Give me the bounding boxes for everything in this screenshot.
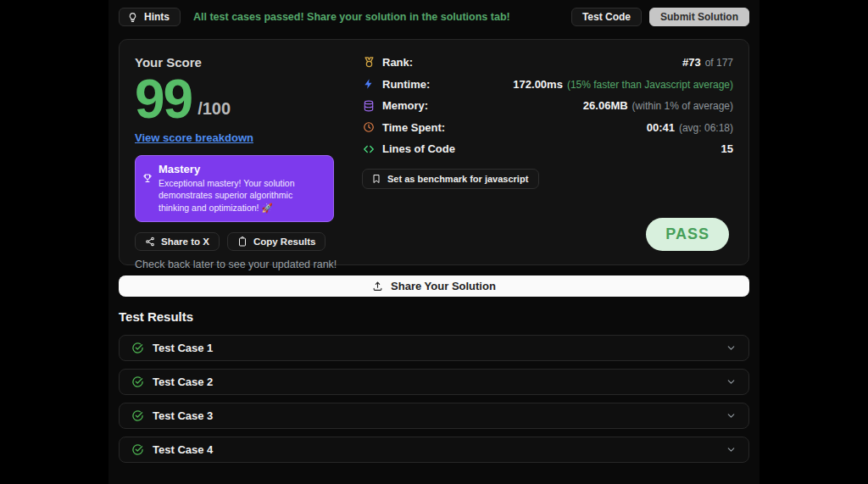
chevron-down-icon <box>726 376 737 387</box>
medal-icon <box>362 56 376 69</box>
share-to-x-button[interactable]: Share to X <box>135 232 220 251</box>
top-toolbar: Hints All test cases passed! Share your … <box>108 0 760 33</box>
view-score-breakdown-link[interactable]: View score breakdown <box>135 131 253 144</box>
check-circle-icon <box>131 409 144 422</box>
copy-results-button[interactable]: Copy Results <box>227 232 326 251</box>
check-circle-icon <box>131 342 144 354</box>
mastery-text: Mastery Exceptional mastery! Your soluti… <box>159 163 325 214</box>
stat-runtime: Runtime: 172.00ms (15% faster than Javas… <box>362 77 733 92</box>
page: Hints All test cases passed! Share your … <box>0 0 868 484</box>
score-section: Your Score 99 /100 View score breakdown <box>135 55 362 251</box>
time-spent-note: (avg: 06:18) <box>679 122 733 134</box>
clock-icon <box>362 121 376 133</box>
rank-label: Rank: <box>382 56 413 69</box>
mastery-title: Mastery <box>159 163 325 175</box>
lines-of-code-value: 15 <box>721 142 733 155</box>
bookmark-icon <box>371 174 381 184</box>
test-case-label: Test Case 1 <box>153 342 213 354</box>
test-case-row-1[interactable]: Test Case 1 <box>119 335 749 361</box>
chevron-down-icon <box>726 444 737 455</box>
submit-solution-button[interactable]: Submit Solution <box>649 8 749 26</box>
rank-note: of 177 <box>705 57 733 69</box>
content-column: Hints All test cases passed! Share your … <box>108 0 760 484</box>
share-your-solution-button[interactable]: Share Your Solution <box>119 275 749 297</box>
set-benchmark-button[interactable]: Set as benchmark for javascript <box>362 169 539 189</box>
stats-section: Rank: #73 of 177 Runtime: 172.00ms <box>362 55 733 251</box>
mastery-description: Exceptional mastery! Your solution demon… <box>159 177 325 214</box>
submit-label: Submit Solution <box>660 11 738 23</box>
clipboard-icon <box>237 236 248 247</box>
stat-memory: Memory: 26.06MB (within 1% of average) <box>362 98 733 113</box>
lightbulb-icon <box>127 12 138 23</box>
code-brackets-icon <box>362 143 376 155</box>
score-denominator: /100 <box>198 99 231 119</box>
test-case-label: Test Case 2 <box>153 376 213 388</box>
memory-value: 26.06MB <box>583 99 628 112</box>
time-spent-value: 00:41 <box>647 121 675 134</box>
rank-value: #73 <box>682 56 701 69</box>
test-case-row-3[interactable]: Test Case 3 <box>119 403 749 429</box>
chevron-down-icon <box>726 342 737 353</box>
runtime-value: 172.00ms <box>513 78 563 91</box>
memory-label: Memory: <box>382 99 428 112</box>
stat-time-spent: Time Spent: 00:41 (avg: 06:18) <box>362 120 733 135</box>
upload-icon <box>372 281 383 292</box>
score-card: Your Score 99 /100 View score breakdown <box>119 39 749 265</box>
check-back-text: Check back later to see your updated ran… <box>135 259 362 270</box>
stat-lines-of-code: Lines of Code 15 <box>362 142 733 156</box>
pass-status-badge: PASS <box>646 218 729 251</box>
share-your-solution-label: Share Your Solution <box>391 280 496 292</box>
runtime-note: (15% faster than Javascript average) <box>567 79 733 91</box>
time-spent-label: Time Spent: <box>382 121 445 134</box>
success-message: All test cases passed! Share your soluti… <box>193 11 510 23</box>
trophy-icon <box>142 173 153 214</box>
share-to-x-label: Share to X <box>161 236 209 247</box>
test-case-label: Test Case 3 <box>153 409 213 422</box>
mastery-badge-card: Mastery Exceptional mastery! Your soluti… <box>135 155 334 222</box>
memory-note: (within 1% of average) <box>632 100 733 112</box>
test-case-row-4[interactable]: Test Case 4 <box>119 437 749 463</box>
check-circle-icon <box>131 376 144 388</box>
copy-results-label: Copy Results <box>253 236 316 247</box>
test-code-button[interactable]: Test Code <box>571 8 642 26</box>
chevron-down-icon <box>726 410 737 421</box>
score-value: 99 <box>135 71 192 128</box>
score-display: 99 /100 <box>135 71 362 128</box>
test-case-label: Test Case 4 <box>153 443 213 456</box>
check-circle-icon <box>131 443 144 456</box>
runtime-label: Runtime: <box>382 78 430 91</box>
hints-label: Hints <box>144 11 170 23</box>
set-benchmark-label: Set as benchmark for javascript <box>387 174 528 184</box>
test-results-heading: Test Results <box>119 309 749 324</box>
test-case-row-2[interactable]: Test Case 2 <box>119 369 749 395</box>
stat-rank: Rank: #73 of 177 <box>362 55 733 70</box>
hints-button[interactable]: Hints <box>119 8 181 26</box>
test-code-label: Test Code <box>582 11 631 23</box>
share-nodes-icon <box>145 236 155 247</box>
lightning-icon <box>362 78 376 90</box>
database-icon <box>362 100 376 112</box>
share-buttons-row: Share to X Copy Results <box>135 232 362 251</box>
score-title: Your Score <box>135 55 362 70</box>
lines-of-code-label: Lines of Code <box>382 142 455 155</box>
